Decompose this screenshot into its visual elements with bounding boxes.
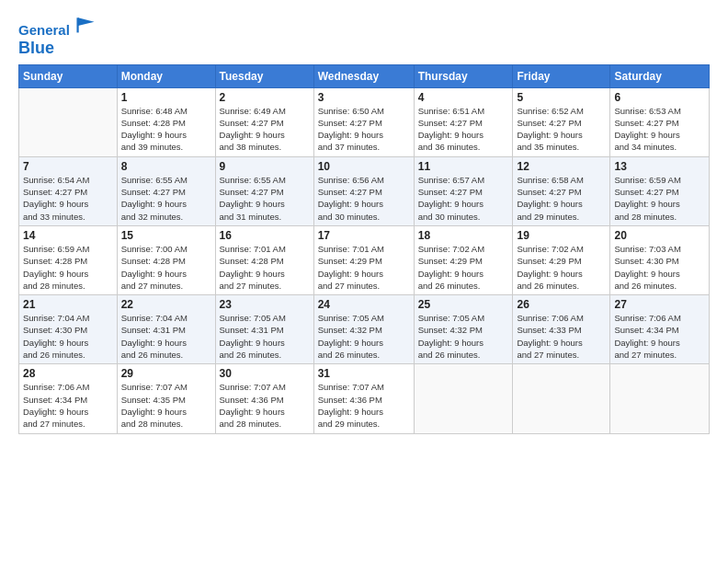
- day-number: 9: [220, 160, 310, 173]
- day-info: Sunrise: 7:06 AM Sunset: 4:34 PM Dayligh…: [23, 381, 113, 430]
- calendar-cell: 9Sunrise: 6:55 AM Sunset: 4:27 PM Daylig…: [215, 156, 313, 225]
- day-info: Sunrise: 7:01 AM Sunset: 4:28 PM Dayligh…: [220, 243, 310, 292]
- weekday-header-tuesday: Tuesday: [215, 64, 313, 87]
- day-info: Sunrise: 7:00 AM Sunset: 4:28 PM Dayligh…: [121, 243, 211, 292]
- day-info: Sunrise: 7:05 AM Sunset: 4:32 PM Dayligh…: [418, 312, 509, 361]
- day-number: 5: [517, 91, 606, 104]
- calendar-cell: 6Sunrise: 6:53 AM Sunset: 4:27 PM Daylig…: [610, 87, 710, 156]
- calendar-week-row: 28Sunrise: 7:06 AM Sunset: 4:34 PM Dayli…: [19, 364, 710, 433]
- calendar-cell: 14Sunrise: 6:59 AM Sunset: 4:28 PM Dayli…: [19, 225, 118, 294]
- day-info: Sunrise: 7:04 AM Sunset: 4:30 PM Dayligh…: [23, 312, 113, 361]
- page: General Blue SundayMondayTuesdayWednesda…: [0, 0, 728, 563]
- calendar-cell: 4Sunrise: 6:51 AM Sunset: 4:27 PM Daylig…: [414, 87, 513, 156]
- calendar-cell: 16Sunrise: 7:01 AM Sunset: 4:28 PM Dayli…: [215, 225, 313, 294]
- calendar-cell: [414, 364, 513, 433]
- calendar-week-row: 14Sunrise: 6:59 AM Sunset: 4:28 PM Dayli…: [19, 225, 710, 294]
- day-number: 27: [614, 298, 705, 311]
- logo-text: General: [18, 15, 96, 39]
- day-number: 12: [517, 160, 606, 173]
- day-number: 7: [23, 160, 113, 173]
- day-number: 20: [614, 229, 705, 242]
- day-info: Sunrise: 6:54 AM Sunset: 4:27 PM Dayligh…: [23, 174, 113, 223]
- day-number: 25: [418, 298, 509, 311]
- weekday-header-saturday: Saturday: [610, 64, 710, 87]
- logo: General Blue: [18, 15, 96, 59]
- calendar-week-row: 7Sunrise: 6:54 AM Sunset: 4:27 PM Daylig…: [19, 156, 710, 225]
- calendar-cell: 1Sunrise: 6:48 AM Sunset: 4:28 PM Daylig…: [117, 87, 215, 156]
- day-info: Sunrise: 7:05 AM Sunset: 4:32 PM Dayligh…: [318, 312, 410, 361]
- calendar-week-row: 1Sunrise: 6:48 AM Sunset: 4:28 PM Daylig…: [19, 87, 710, 156]
- day-number: 23: [220, 298, 310, 311]
- day-number: 2: [220, 91, 310, 104]
- calendar-cell: [19, 87, 118, 156]
- calendar-cell: 25Sunrise: 7:05 AM Sunset: 4:32 PM Dayli…: [414, 295, 513, 364]
- calendar-cell: 10Sunrise: 6:56 AM Sunset: 4:27 PM Dayli…: [313, 156, 414, 225]
- calendar-cell: 26Sunrise: 7:06 AM Sunset: 4:33 PM Dayli…: [513, 295, 610, 364]
- calendar-cell: 27Sunrise: 7:06 AM Sunset: 4:34 PM Dayli…: [610, 295, 710, 364]
- calendar-cell: 17Sunrise: 7:01 AM Sunset: 4:29 PM Dayli…: [313, 225, 414, 294]
- day-number: 22: [121, 298, 211, 311]
- day-info: Sunrise: 7:06 AM Sunset: 4:34 PM Dayligh…: [614, 312, 705, 361]
- day-number: 29: [121, 367, 211, 380]
- day-number: 19: [517, 229, 606, 242]
- calendar-cell: 19Sunrise: 7:02 AM Sunset: 4:29 PM Dayli…: [513, 225, 610, 294]
- day-number: 24: [318, 298, 410, 311]
- day-info: Sunrise: 6:57 AM Sunset: 4:27 PM Dayligh…: [418, 174, 509, 223]
- day-info: Sunrise: 7:03 AM Sunset: 4:30 PM Dayligh…: [614, 243, 705, 292]
- day-info: Sunrise: 6:50 AM Sunset: 4:27 PM Dayligh…: [318, 105, 410, 154]
- calendar-cell: 23Sunrise: 7:05 AM Sunset: 4:31 PM Dayli…: [215, 295, 313, 364]
- calendar-cell: 11Sunrise: 6:57 AM Sunset: 4:27 PM Dayli…: [414, 156, 513, 225]
- calendar-cell: 22Sunrise: 7:04 AM Sunset: 4:31 PM Dayli…: [117, 295, 215, 364]
- day-info: Sunrise: 6:55 AM Sunset: 4:27 PM Dayligh…: [121, 174, 211, 223]
- calendar-cell: 29Sunrise: 7:07 AM Sunset: 4:35 PM Dayli…: [117, 364, 215, 433]
- calendar-cell: [513, 364, 610, 433]
- calendar-cell: 20Sunrise: 7:03 AM Sunset: 4:30 PM Dayli…: [610, 225, 710, 294]
- day-info: Sunrise: 6:58 AM Sunset: 4:27 PM Dayligh…: [517, 174, 606, 223]
- day-number: 30: [220, 367, 310, 380]
- calendar-cell: 28Sunrise: 7:06 AM Sunset: 4:34 PM Dayli…: [19, 364, 118, 433]
- day-number: 21: [23, 298, 113, 311]
- logo-flag-icon: [75, 15, 96, 35]
- weekday-header-thursday: Thursday: [414, 64, 513, 87]
- weekday-header-wednesday: Wednesday: [313, 64, 414, 87]
- day-number: 28: [23, 367, 113, 380]
- calendar-cell: 3Sunrise: 6:50 AM Sunset: 4:27 PM Daylig…: [313, 87, 414, 156]
- day-info: Sunrise: 6:59 AM Sunset: 4:28 PM Dayligh…: [23, 243, 113, 292]
- day-info: Sunrise: 7:01 AM Sunset: 4:29 PM Dayligh…: [318, 243, 410, 292]
- weekday-header-friday: Friday: [513, 64, 610, 87]
- day-number: 16: [220, 229, 310, 242]
- day-info: Sunrise: 7:02 AM Sunset: 4:29 PM Dayligh…: [517, 243, 606, 292]
- day-info: Sunrise: 6:48 AM Sunset: 4:28 PM Dayligh…: [121, 105, 211, 154]
- day-info: Sunrise: 6:52 AM Sunset: 4:27 PM Dayligh…: [517, 105, 606, 154]
- day-info: Sunrise: 7:07 AM Sunset: 4:36 PM Dayligh…: [220, 381, 310, 430]
- calendar-cell: 31Sunrise: 7:07 AM Sunset: 4:36 PM Dayli…: [313, 364, 414, 433]
- day-number: 15: [121, 229, 211, 242]
- logo-general: General: [18, 22, 70, 38]
- day-number: 4: [418, 91, 509, 104]
- calendar-cell: 30Sunrise: 7:07 AM Sunset: 4:36 PM Dayli…: [215, 364, 313, 433]
- day-number: 13: [614, 160, 705, 173]
- day-info: Sunrise: 6:59 AM Sunset: 4:27 PM Dayligh…: [614, 174, 705, 223]
- day-number: 6: [614, 91, 705, 104]
- calendar-cell: 8Sunrise: 6:55 AM Sunset: 4:27 PM Daylig…: [117, 156, 215, 225]
- calendar-cell: 5Sunrise: 6:52 AM Sunset: 4:27 PM Daylig…: [513, 87, 610, 156]
- day-number: 3: [318, 91, 410, 104]
- day-number: 14: [23, 229, 113, 242]
- day-info: Sunrise: 7:04 AM Sunset: 4:31 PM Dayligh…: [121, 312, 211, 361]
- day-number: 8: [121, 160, 211, 173]
- calendar-cell: 7Sunrise: 6:54 AM Sunset: 4:27 PM Daylig…: [19, 156, 118, 225]
- header: General Blue: [18, 15, 710, 59]
- calendar-cell: [610, 364, 710, 433]
- day-number: 31: [318, 367, 410, 380]
- day-number: 11: [418, 160, 509, 173]
- svg-marker-0: [78, 17, 95, 26]
- calendar: SundayMondayTuesdayWednesdayThursdayFrid…: [18, 64, 710, 434]
- calendar-cell: 18Sunrise: 7:02 AM Sunset: 4:29 PM Dayli…: [414, 225, 513, 294]
- day-info: Sunrise: 7:06 AM Sunset: 4:33 PM Dayligh…: [517, 312, 606, 361]
- calendar-cell: 24Sunrise: 7:05 AM Sunset: 4:32 PM Dayli…: [313, 295, 414, 364]
- day-number: 10: [318, 160, 410, 173]
- day-info: Sunrise: 7:02 AM Sunset: 4:29 PM Dayligh…: [418, 243, 509, 292]
- calendar-cell: 21Sunrise: 7:04 AM Sunset: 4:30 PM Dayli…: [19, 295, 118, 364]
- day-number: 18: [418, 229, 509, 242]
- day-number: 1: [121, 91, 211, 104]
